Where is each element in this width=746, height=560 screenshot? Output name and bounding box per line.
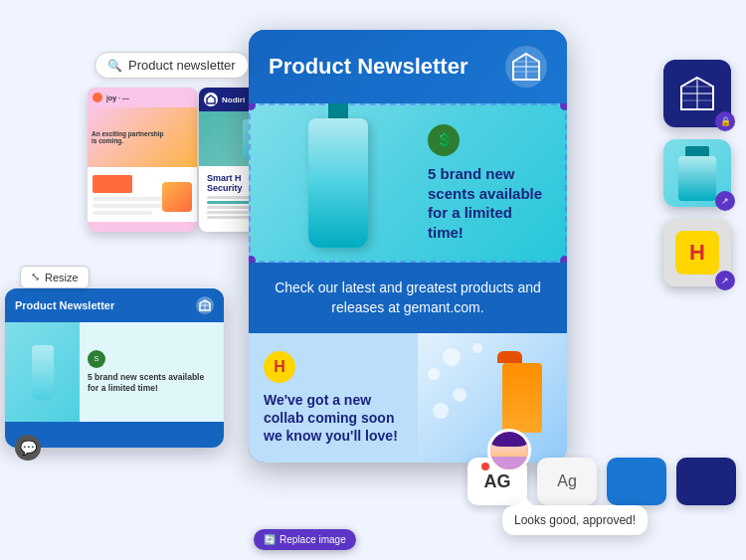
mc-hero-badge-icon: 💲 [428, 124, 460, 156]
mt2-logo [204, 93, 218, 106]
pcs-header: Product Newsletter [5, 288, 224, 322]
pcs-body: S 5 brand new scents available for a lim… [5, 322, 224, 422]
pcs-badge-icon: S [88, 350, 105, 368]
resize-icon: ⤡ [31, 271, 40, 283]
mc-collab-content: H We've got a new collab coming soon we … [249, 333, 418, 463]
mc-corner-br[interactable] [560, 256, 567, 263]
bubble-2 [428, 368, 440, 380]
search-input-value[interactable]: Product newsletter [128, 58, 236, 73]
mt1-text-line-2 [93, 204, 172, 208]
mt1-header: joy · --- [88, 88, 197, 107]
geometric-icon [678, 75, 716, 112]
mc-spray-bottle [497, 343, 547, 433]
mc-collab-badge-text: H [274, 358, 285, 376]
mini-template-colorful[interactable]: joy · --- An exciting partnershipis comi… [88, 88, 197, 232]
share-badge-1: ↗ [715, 191, 735, 211]
mc-card-title: Product Newsletter [269, 54, 468, 80]
bottom-icon-navy-swatch[interactable] [676, 458, 736, 505]
mc-bottle-area [249, 103, 428, 263]
brand-text: joy · --- [106, 94, 129, 101]
lock-badge: 🔒 [715, 111, 735, 131]
mc-collab-badge: H [264, 351, 295, 383]
avatar-hair [490, 432, 528, 447]
pcs-logo-icon [196, 296, 214, 314]
mt1-orange-block [93, 175, 132, 193]
pcs-image-area [5, 322, 80, 422]
ag-serif-text: AG [484, 471, 511, 492]
speech-bubble-text: Looks good, approved! [514, 513, 636, 527]
pcs-bottle [32, 345, 54, 400]
bottle-icon-container [678, 146, 716, 201]
chat-glyph: 💬 [20, 440, 37, 456]
resize-button[interactable]: ⤡ Resize [20, 266, 90, 288]
bubble-1 [443, 348, 461, 366]
yellow-h-icon: H [675, 231, 719, 275]
mc-hero-section: 💲 5 brand new scents available for a lim… [249, 103, 567, 263]
right-icon-panel: 🔒 ↗ H ↗ [663, 60, 731, 286]
resize-label: Resize [45, 272, 79, 283]
avatar-bubble [487, 429, 531, 472]
product-card-small: Product Newsletter S 5 brand new scents … [5, 288, 224, 448]
svg-marker-0 [207, 95, 215, 103]
mc-bottle [308, 118, 368, 248]
mt1-hero-text: An exciting partnershipis coming. [92, 130, 193, 144]
replace-label: Replace image [280, 534, 346, 545]
chat-icon[interactable]: 💬 [15, 435, 41, 461]
mc-card-header: Product Newsletter [249, 30, 567, 103]
speech-bubble: Looks good, approved! [502, 505, 648, 535]
mc-middle-section: Check our latest and greatest products a… [249, 263, 567, 333]
avatar-image [487, 429, 531, 472]
avatar-online-dot [479, 461, 491, 472]
bubble-4 [472, 343, 482, 353]
bottom-icon-ag-light[interactable]: Ag [537, 458, 597, 505]
right-icon-geometric[interactable]: 🔒 [663, 60, 731, 127]
share-badge-2: ↗ [715, 271, 735, 290]
mc-spray-body [502, 363, 542, 433]
mc-logo-icon [505, 46, 547, 88]
mc-hero-text: 5 brand new scents available for a limit… [428, 164, 552, 242]
ag-light-text: Ag [557, 472, 577, 490]
pcs-title: Product Newsletter [15, 299, 114, 311]
avatar-shirt [490, 457, 528, 469]
mc-middle-text: Check our latest and greatest products a… [269, 279, 547, 317]
right-icon-bottle[interactable]: ↗ [663, 139, 731, 207]
mc-spray-trigger [497, 351, 522, 363]
pcs-text: 5 brand new scents available for a limit… [88, 372, 216, 394]
replace-image-button[interactable]: 🔄 Replace image [254, 529, 356, 550]
replace-icon: 🔄 [264, 534, 276, 545]
pcs-content: S 5 brand new scents available for a lim… [80, 322, 224, 422]
bottom-icon-blue-swatch[interactable] [607, 458, 666, 505]
mt1-text-line-3 [93, 211, 152, 215]
bubble-3 [453, 388, 466, 402]
bottle-body-icon [678, 156, 716, 201]
bottle-cap-icon [685, 146, 709, 156]
bubble-5 [433, 403, 449, 419]
mt1-brand: joy · --- [93, 93, 192, 102]
mt1-product-image [162, 182, 192, 212]
mc-collab-text: We've got a new collab coming soon we kn… [264, 391, 403, 446]
search-icon: 🔍 [107, 59, 122, 73]
pcs-badge-text: S [93, 354, 98, 363]
mt2-brand-name: Nodiri [222, 95, 245, 104]
mt1-hero: An exciting partnershipis coming. [88, 107, 197, 167]
main-newsletter-card: Product Newsletter 💲 5 [249, 30, 567, 463]
mc-hero-content: 💲 5 brand new scents available for a lim… [428, 109, 567, 257]
right-icon-yellow-h[interactable]: H ↗ [663, 219, 731, 286]
search-bar[interactable]: 🔍 Product newsletter [94, 52, 249, 79]
brand-dot [93, 93, 102, 102]
